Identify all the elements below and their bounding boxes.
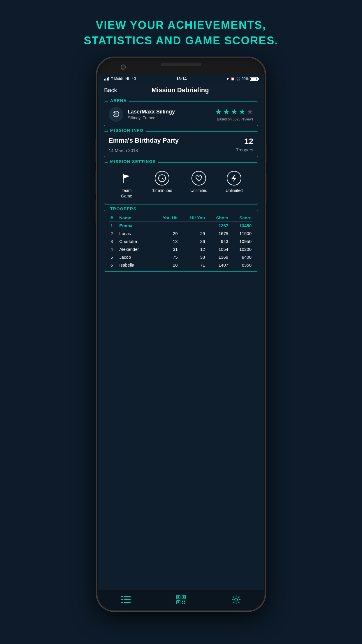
table-cell: Emma [117, 221, 152, 230]
table-cell: 75 [152, 253, 179, 261]
stars-container: ★ ★ ★ ★ ★ [215, 107, 253, 116]
setting-label-team-game: TeamGame [121, 188, 132, 198]
table-cell: 10950 [230, 237, 253, 245]
arena-rating: ★ ★ ★ ★ ★ Based on 3028 reviews [215, 107, 253, 121]
table-cell: 1407 [207, 261, 230, 269]
mission-info-content: Emma's Birthday Party 12 14 March 2018 T… [104, 132, 258, 157]
navigation-bar: Back Mission Debriefing [98, 83, 264, 97]
table-cell: Jacob [117, 253, 152, 261]
phone-frame: T-Mobile NL 4G 13:14 ➤ ⏰ 🎧 90% [96, 57, 266, 611]
clock-icon [155, 171, 169, 186]
svg-line-3 [162, 178, 164, 179]
arena-icon [109, 107, 123, 122]
mission-name: Emma's Birthday Party [109, 137, 244, 144]
volume-down-button [95, 171, 96, 194]
svg-rect-5 [124, 596, 131, 597]
heart-icon [191, 171, 206, 186]
arena-row: LaserMaxx Sillingy Sillingy, France ★ ★ … [109, 107, 253, 122]
table-cell: 12 [180, 245, 207, 253]
col-rank: # [109, 214, 117, 222]
volume-up-button [95, 139, 96, 162]
nav-settings-button[interactable] [227, 591, 245, 608]
alarm-icon: ⏰ [231, 77, 235, 81]
setting-ammo: Unlimited [226, 171, 242, 198]
nav-qr-button[interactable] [172, 591, 190, 608]
arena-info: LaserMaxx Sillingy Sillingy, France [128, 109, 211, 120]
star-2: ★ [223, 107, 230, 116]
table-row: 6Isabella287114078350 [109, 261, 253, 269]
svg-rect-19 [184, 603, 185, 604]
battery-icon [250, 77, 258, 81]
star-1: ★ [215, 107, 222, 116]
svg-rect-6 [121, 599, 123, 600]
table-cell: 36 [180, 237, 207, 245]
table-cell: 943 [207, 237, 230, 245]
mission-count-col: 12 [244, 137, 253, 146]
table-cell: 3 [109, 237, 117, 245]
star-3: ★ [231, 107, 238, 116]
table-cell: 28 [152, 261, 179, 269]
table-cell: Lucas [117, 230, 152, 237]
page-title: Mission Debriefing [117, 86, 243, 94]
setting-label-ammo: Unlimited [226, 188, 242, 193]
screen: T-Mobile NL 4G 13:14 ➤ ⏰ 🎧 90% [98, 74, 264, 610]
svg-rect-4 [121, 596, 123, 597]
status-right: ➤ ⏰ 🎧 90% [226, 77, 258, 81]
back-button[interactable]: Back [104, 87, 117, 94]
svg-rect-9 [124, 602, 131, 603]
table-row: 5Jacob753313698400 [109, 253, 253, 261]
setting-duration: 12 minutes [152, 171, 172, 198]
heart-svg [195, 174, 203, 182]
clock-svg [158, 174, 166, 182]
laser-icon [112, 110, 120, 118]
mission-row-bottom: 14 March 2018 Troopers [109, 146, 253, 153]
table-cell: 4 [109, 245, 117, 253]
table-cell: Isabella [117, 261, 152, 269]
camera-icon [121, 64, 126, 70]
mission-settings-label: MISSION SETTINGS [108, 159, 158, 164]
table-cell: 29 [152, 230, 179, 237]
star-4: ★ [239, 107, 245, 116]
header-line2: STATISTICS AND GAME SCORES. [84, 33, 278, 48]
signal-icon [104, 77, 109, 80]
power-button [266, 145, 267, 162]
arena-label: ARENA [108, 98, 129, 103]
table-cell: 2 [109, 230, 117, 237]
troopers-label: TROOPERS [108, 206, 139, 211]
table-cell: 1267 [207, 221, 230, 230]
table-cell: 13450 [230, 221, 253, 230]
setting-lives: Unlimited [190, 171, 207, 198]
table-cell: 29 [180, 230, 207, 237]
bolt-svg [231, 174, 237, 182]
table-cell: 8400 [230, 253, 253, 261]
table-cell: - [152, 221, 179, 230]
arena-section: ARENA LaserMaxx Sillingy Si [104, 102, 258, 126]
table-cell: 11500 [230, 230, 253, 237]
svg-rect-8 [121, 602, 123, 603]
col-name: Name [117, 214, 152, 222]
header-title: VIEW YOUR ACHIEVEMENTS, STATISTICS AND G… [84, 18, 278, 48]
nav-list-button[interactable] [117, 591, 135, 608]
table-row: 3Charlotte133694310950 [109, 237, 253, 245]
table-row: 1Emma--126713450 [109, 221, 253, 230]
location-icon: ➤ [226, 77, 229, 81]
svg-rect-13 [183, 596, 184, 598]
svg-rect-11 [178, 596, 179, 598]
troopers-count: 12 [244, 137, 253, 146]
star-5: ★ [247, 107, 253, 116]
mission-info-label: MISSION INFO [108, 128, 146, 133]
setting-label-duration: 12 minutes [152, 188, 172, 193]
table-cell: 13 [152, 237, 179, 245]
setting-label-lives: Unlimited [190, 188, 207, 193]
svg-rect-15 [178, 601, 179, 603]
svg-rect-16 [182, 601, 183, 602]
status-bar: T-Mobile NL 4G 13:14 ➤ ⏰ 🎧 90% [98, 74, 264, 83]
mission-date: 14 March 2018 [109, 148, 138, 153]
table-row: 4Alexander3112105410200 [109, 245, 253, 253]
bottom-navigation [98, 589, 264, 610]
col-you-hit: You Hit [152, 214, 179, 222]
network-label: 4G [132, 77, 136, 81]
troopers-table: # Name You Hit Hit You Shots Score 1Emma… [109, 214, 253, 269]
main-content: ARENA LaserMaxx Sillingy Si [98, 97, 264, 590]
time-display: 13:14 [176, 76, 187, 81]
